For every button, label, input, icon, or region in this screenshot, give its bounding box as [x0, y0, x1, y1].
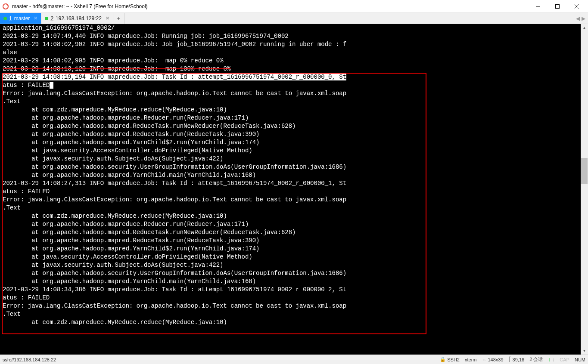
- size-icon: ↔: [482, 357, 487, 362]
- tab-master[interactable]: 1 master ✕: [0, 13, 41, 24]
- tab-label: 192.168.184.129:22: [56, 15, 102, 22]
- tab-scroll-right-icon[interactable]: ▶: [582, 15, 585, 22]
- lock-icon: 🔒: [440, 357, 446, 362]
- terminal-line: alse: [0, 49, 588, 57]
- window-controls: [528, 0, 586, 13]
- terminal-line: at org.apache.hadoop.mapreduce.Reducer.r…: [0, 114, 588, 122]
- terminal-line: atus : FAILED: [0, 294, 588, 302]
- vertical-scrollbar[interactable]: ▲ ▼: [581, 24, 588, 355]
- tab-index: 1: [9, 15, 12, 22]
- terminal-line: at org.apache.hadoop.mapred.YarnChild$2.…: [0, 139, 588, 147]
- terminal-line: at org.apache.hadoop.mapreduce.Reducer.r…: [0, 220, 588, 228]
- terminal-line: Error: java.lang.ClassCastException: org…: [0, 302, 588, 310]
- terminal-area: application_1616996751974_0002/2021-03-2…: [0, 24, 588, 355]
- svg-rect-2: [555, 4, 559, 8]
- terminal-line: .Text: [0, 98, 588, 106]
- tab-scroll-left-icon[interactable]: ◀: [576, 15, 580, 22]
- terminal-line: application_1616996751974_0002/: [0, 24, 588, 32]
- window-title: master - hdfs@master: ~ - Xshell 7 (Free…: [12, 3, 528, 9]
- terminal-line: at javax.security.auth.Subject.doAs(Subj…: [0, 155, 588, 163]
- tab-close-icon[interactable]: ✕: [34, 15, 37, 21]
- terminal-line: Error: java.lang.ClassCastException: org…: [0, 196, 588, 204]
- status-caps: CAP: [560, 357, 569, 362]
- terminal-line: 2021-03-29 14:08:13,120 INFO mapreduce.J…: [0, 65, 588, 73]
- tab-second[interactable]: 2 192.168.184.129:22 ✕: [41, 13, 113, 24]
- app-icon: [2, 3, 9, 10]
- connection-dot-icon: [3, 17, 7, 20]
- terminal-line: at org.apache.hadoop.mapred.ReduceTask.r…: [0, 130, 588, 139]
- terminal-line: at org.apache.hadoop.mapred.ReduceTask.r…: [0, 237, 588, 245]
- terminal-line: Error: java.lang.ClassCastException: org…: [0, 89, 588, 98]
- status-term-type: xterm: [465, 357, 477, 362]
- tab-close-icon[interactable]: ✕: [106, 15, 109, 21]
- tab-add-button[interactable]: +: [113, 13, 124, 24]
- terminal-line: atus : FAILED: [0, 188, 588, 196]
- upload-icon: ↑: [548, 357, 551, 363]
- status-bar: ssh://192.168.184.128:22 🔒SSH2 xterm ↔14…: [0, 355, 588, 364]
- window-titlebar: master - hdfs@master: ~ - Xshell 7 (Free…: [0, 0, 588, 13]
- terminal-line: at javax.security.auth.Subject.doAs(Subj…: [0, 261, 588, 269]
- scroll-up-button[interactable]: ▲: [581, 24, 588, 31]
- terminal-line: 2021-03-29 14:08:19,194 INFO mapreduce.J…: [0, 73, 588, 81]
- terminal-line: at org.apache.hadoop.mapred.ReduceTask.r…: [0, 122, 588, 130]
- terminal-output[interactable]: application_1616996751974_0002/2021-03-2…: [0, 24, 588, 355]
- maximize-button[interactable]: [548, 0, 567, 13]
- scroll-track[interactable]: [581, 31, 588, 347]
- session-tabbar: 1 master ✕ 2 192.168.184.129:22 ✕ + ◀ ▶: [0, 13, 588, 24]
- terminal-line: 2021-03-29 14:08:02,905 INFO mapreduce.J…: [0, 57, 588, 65]
- terminal-line: at org.apache.hadoop.security.UserGroupI…: [0, 163, 588, 171]
- tab-label: master: [14, 15, 30, 22]
- terminal-line: at org.apache.hadoop.mapred.ReduceTask.r…: [0, 228, 588, 237]
- terminal-line: 2021-03-29 14:08:02,902 INFO mapreduce.J…: [0, 40, 588, 49]
- terminal-line: atus : FAILED: [0, 81, 588, 89]
- scroll-down-button[interactable]: ▼: [581, 347, 588, 355]
- terminal-line: at org.apache.hadoop.mapred.YarnChild.ma…: [0, 171, 588, 179]
- terminal-line: at com.zdz.mapreduce.MyReduce.reduce(MyR…: [0, 106, 588, 114]
- scroll-thumb[interactable]: [581, 158, 588, 184]
- cursor-icon: ⎡: [509, 357, 511, 362]
- terminal-line: .Text: [0, 310, 588, 318]
- terminal-line: at java.security.AccessController.doPriv…: [0, 253, 588, 261]
- status-transfer-icons: ↑↓: [548, 357, 554, 363]
- terminal-line: 2021-03-29 14:07:49,440 INFO mapreduce.J…: [0, 32, 588, 40]
- terminal-line: at org.apache.hadoop.security.UserGroupI…: [0, 269, 588, 278]
- connection-dot-icon: [45, 17, 48, 20]
- tab-index: 2: [50, 15, 53, 22]
- terminal-line: at com.zdz.mapreduce.MyReduce.reduce(MyR…: [0, 212, 588, 220]
- status-ssh-mode: 🔒SSH2: [440, 357, 460, 362]
- status-cursor: ⎡39,16: [509, 357, 525, 362]
- terminal-line: 2021-03-29 14:08:27,313 INFO mapreduce.J…: [0, 179, 588, 188]
- terminal-line: at java.security.AccessController.doPriv…: [0, 147, 588, 155]
- close-button[interactable]: [567, 0, 586, 13]
- tab-scroll-arrows: ◀ ▶: [573, 13, 588, 24]
- status-sessions: 2 会话: [529, 356, 543, 363]
- terminal-line: .Text: [0, 204, 588, 212]
- terminal-line: at org.apache.hadoop.mapred.YarnChild.ma…: [0, 278, 588, 286]
- terminal-line: at com.zdz.mapreduce.MyReduce.reduce(MyR…: [0, 318, 588, 327]
- terminal-line: at org.apache.hadoop.mapred.YarnChild$2.…: [0, 245, 588, 253]
- status-size: ↔148x39: [482, 357, 504, 362]
- minimize-button[interactable]: [528, 0, 548, 13]
- status-num: NUM: [575, 357, 585, 362]
- terminal-line: 2021-03-29 14:08:34,386 INFO mapreduce.J…: [0, 286, 588, 294]
- status-ssh-url: ssh://192.168.184.128:22: [3, 357, 435, 362]
- download-icon: ↓: [552, 357, 554, 363]
